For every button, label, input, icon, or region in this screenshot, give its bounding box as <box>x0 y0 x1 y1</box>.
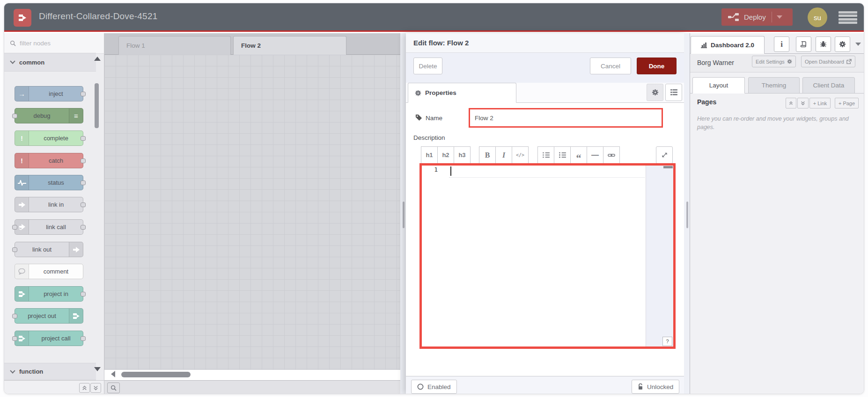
pages-expand-all-button[interactable] <box>797 98 809 108</box>
pages-collapse-all-button[interactable] <box>786 98 796 108</box>
palette-node-complete[interactable]: !complete <box>15 130 83 146</box>
flow-lock-toggle[interactable]: Unlocked <box>632 380 679 394</box>
delete-button[interactable]: Delete <box>413 58 442 74</box>
link-button[interactable] <box>603 146 620 164</box>
editor-scroll-area[interactable] <box>646 166 673 346</box>
editor-scrollbar-thumb[interactable] <box>663 166 673 168</box>
tab-dashboard-2[interactable]: Dashboard 2.0 <box>691 36 765 54</box>
tab-properties[interactable]: Properties <box>408 83 516 103</box>
code-button[interactable]: </> <box>512 146 529 164</box>
chain-link-icon <box>608 153 615 158</box>
palette-node-link-out[interactable]: link out <box>15 242 83 257</box>
comment-bubble-icon <box>15 264 29 279</box>
tab-client-data[interactable]: Client Data <box>802 77 855 94</box>
complete-icon: ! <box>15 131 29 145</box>
ordered-list-button[interactable] <box>537 146 554 164</box>
chevron-down-icon <box>10 58 15 64</box>
tag-icon <box>415 114 422 121</box>
palette-node-comment[interactable]: comment <box>15 264 83 279</box>
sidebar-config-button[interactable] <box>835 36 850 52</box>
palette-node-inject[interactable]: →inject <box>15 86 83 101</box>
deploy-caret-icon[interactable] <box>777 15 782 19</box>
palette-node-link-call[interactable]: link call <box>15 219 83 235</box>
palette-node-project-out[interactable]: project out <box>15 308 83 324</box>
output-port <box>81 136 86 141</box>
deploy-button[interactable]: Deploy <box>721 8 793 26</box>
palette-scroll-down-arrow[interactable] <box>94 367 101 371</box>
description-editor[interactable] <box>419 163 676 349</box>
palette-category-function[interactable]: function <box>4 363 96 380</box>
heading2-button[interactable]: h2 <box>437 146 454 164</box>
expand-editor-button[interactable] <box>656 146 673 164</box>
heading3-button[interactable]: h3 <box>454 146 471 164</box>
flow-name-input[interactable] <box>475 115 648 122</box>
tab-flow-1[interactable]: Flow 1 <box>118 36 231 55</box>
unordered-list-button[interactable] <box>554 146 571 164</box>
canvas-horizontal-scrollbar[interactable] <box>121 372 191 377</box>
tab-flow-2[interactable]: Flow 2 <box>233 36 346 55</box>
info-icon: i <box>780 40 783 49</box>
palette-scroll-up-arrow[interactable] <box>94 57 101 61</box>
editor-line-number: 1 <box>422 166 448 177</box>
description-view-button[interactable] <box>665 84 682 101</box>
palette-node-link-in[interactable]: link in <box>15 197 83 212</box>
chevron-down-icon <box>10 368 15 373</box>
dashboard-project-name: Borg Warner <box>697 59 734 66</box>
sidebar-resize-grip[interactable] <box>686 202 688 228</box>
done-button[interactable]: Done <box>637 58 677 74</box>
project-out-icon <box>69 309 83 323</box>
tray-resize-grip[interactable] <box>403 202 405 228</box>
cancel-button[interactable]: Cancel <box>590 58 631 74</box>
deploy-label: Deploy <box>744 13 766 21</box>
output-port <box>81 292 86 296</box>
palette-node-catch[interactable]: !catch <box>15 153 83 168</box>
tab-layout[interactable]: Layout <box>692 77 745 94</box>
palette-node-project-in[interactable]: project in <box>15 286 83 302</box>
name-label: Name <box>426 115 442 122</box>
double-chevron-down-icon <box>801 101 805 106</box>
palette-category-common[interactable]: common <box>4 53 96 72</box>
flow-enabled-toggle[interactable]: Enabled <box>411 380 457 394</box>
palette-node-project-call[interactable]: project call <box>15 331 83 346</box>
italic-button[interactable]: I <box>495 146 512 164</box>
open-dashboard-button[interactable]: Open Dashboard <box>801 56 855 67</box>
sidebar-info-button[interactable]: i <box>774 36 789 52</box>
heading1-button[interactable]: h1 <box>421 146 438 164</box>
canvas-search-button[interactable] <box>107 383 120 393</box>
sidebar-more-tabs-caret[interactable] <box>855 43 861 46</box>
gear-icon <box>787 59 792 64</box>
palette-collapse-all-button[interactable] <box>79 383 90 393</box>
blockquote-button[interactable]: “ <box>570 146 587 164</box>
add-link-button[interactable]: + Link <box>809 98 831 108</box>
pages-help-text: Here you can re-order and move your widg… <box>697 115 862 131</box>
gear-icon <box>415 90 421 96</box>
palette-expand-all-button[interactable] <box>90 383 101 393</box>
output-port <box>81 159 86 163</box>
palette-node-status[interactable]: status <box>15 175 83 190</box>
project-in-icon <box>15 287 29 301</box>
palette-scrollbar-thumb[interactable] <box>95 83 99 128</box>
input-port <box>12 314 17 318</box>
flow-canvas[interactable] <box>104 55 401 370</box>
edit-settings-button[interactable]: Edit Settings <box>752 56 796 67</box>
palette-node-debug[interactable]: debug≡ <box>15 108 83 123</box>
user-avatar[interactable]: su <box>808 7 827 27</box>
status-pulse-icon <box>15 175 29 190</box>
input-port <box>12 114 17 118</box>
editor-active-line <box>449 165 645 178</box>
main-menu-button[interactable] <box>839 11 857 24</box>
add-page-button[interactable]: + Page <box>835 98 859 108</box>
sidebar-help-button[interactable] <box>796 36 811 52</box>
pages-section-title: Pages <box>697 98 716 106</box>
bold-button[interactable]: B <box>479 146 496 164</box>
circle-icon <box>417 383 424 390</box>
horizontal-rule-button[interactable]: — <box>587 146 603 164</box>
palette-search[interactable]: filter nodes <box>4 33 104 54</box>
canvas-scroll-left-arrow[interactable] <box>111 371 115 377</box>
tab-theming[interactable]: Theming <box>748 77 800 94</box>
book-icon <box>800 41 807 48</box>
sidebar-debug-button[interactable] <box>816 36 831 52</box>
double-chevron-up-icon <box>789 101 793 106</box>
properties-view-button[interactable] <box>647 84 663 101</box>
editor-help-button[interactable]: ? <box>662 337 672 346</box>
